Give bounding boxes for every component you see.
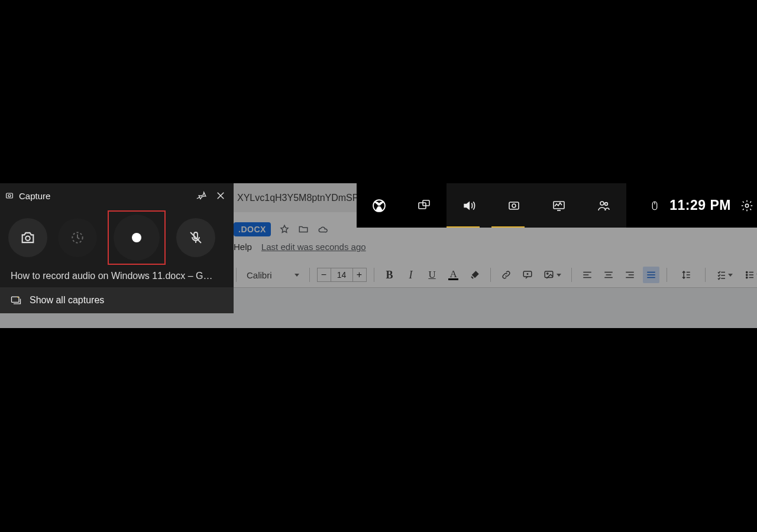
svg-point-2 xyxy=(546,273,548,274)
line-spacing-icon xyxy=(681,270,691,280)
speaker-icon xyxy=(461,198,477,213)
capture-header-icon xyxy=(5,191,14,200)
xbox-social-button[interactable] xyxy=(581,183,626,228)
toolbar-separator xyxy=(490,268,491,282)
font-family-label: Calibri xyxy=(247,270,272,280)
last-edit-text[interactable]: Last edit was seconds ago xyxy=(261,242,366,252)
font-size-input[interactable] xyxy=(331,268,352,282)
menu-help[interactable]: Help xyxy=(234,242,252,252)
toolbar-separator xyxy=(309,268,310,282)
bullets-icon xyxy=(745,270,755,280)
widgets-icon xyxy=(417,199,431,213)
svg-point-12 xyxy=(600,202,604,205)
toolbar-separator xyxy=(374,268,374,282)
browser-url-fragment: XYLvc1qH3Y5M8ptnYDmSP xyxy=(234,183,357,212)
align-center-icon xyxy=(603,270,614,280)
audio-widget-button[interactable] xyxy=(447,183,491,228)
font-family-select[interactable]: Calibri xyxy=(244,268,302,282)
toolbar-separator xyxy=(571,268,572,282)
add-comment-button[interactable] xyxy=(519,267,536,283)
svg-point-10 xyxy=(512,204,516,207)
justify-button[interactable] xyxy=(643,267,659,283)
close-icon xyxy=(215,190,226,201)
svg-point-4 xyxy=(746,274,747,275)
align-right-button[interactable] xyxy=(622,267,638,283)
comment-icon xyxy=(522,270,533,280)
font-size-decrease[interactable]: − xyxy=(317,268,331,282)
italic-icon: I xyxy=(409,269,413,281)
cloud-status-icon[interactable] xyxy=(317,224,328,235)
microphone-off-icon xyxy=(189,231,203,245)
highlight-button[interactable] xyxy=(467,267,483,283)
checklist-icon xyxy=(716,270,727,280)
performance-widget-button[interactable] xyxy=(536,183,581,228)
svg-point-22 xyxy=(17,297,18,298)
star-icon[interactable] xyxy=(279,224,290,235)
pin-button[interactable] xyxy=(195,189,209,203)
checklist-button[interactable] xyxy=(713,267,736,283)
widgets-menu-button[interactable] xyxy=(402,183,447,228)
xbox-game-bar: 11:29 PM xyxy=(357,183,757,228)
mouse-icon xyxy=(649,199,660,212)
camera-icon xyxy=(20,229,36,246)
show-all-captures-label: Show all captures xyxy=(30,295,104,306)
capture-widget-button[interactable] xyxy=(491,183,536,228)
highlighter-icon xyxy=(470,270,480,280)
justify-icon xyxy=(646,270,656,280)
insert-link-button[interactable] xyxy=(498,267,515,283)
align-center-button[interactable] xyxy=(600,267,617,283)
bold-icon: B xyxy=(386,269,393,281)
line-spacing-button[interactable] xyxy=(674,267,698,283)
social-icon xyxy=(596,199,612,213)
capture-icon xyxy=(507,199,521,213)
capture-context-app: How to record audio on Windows 11.docx –… xyxy=(0,268,234,287)
record-last-30s-button[interactable] xyxy=(58,218,97,257)
pin-icon xyxy=(196,190,207,201)
toolbar-separator xyxy=(236,268,237,282)
font-size-increase[interactable]: + xyxy=(352,268,367,282)
svg-point-5 xyxy=(746,277,747,278)
docs-menu-bar: Help Last edit was seconds ago xyxy=(234,242,366,252)
bold-button[interactable]: B xyxy=(381,267,398,283)
performance-icon xyxy=(551,199,567,213)
replay-icon xyxy=(70,230,85,245)
italic-button[interactable]: I xyxy=(403,267,419,283)
mouse-mode-indicator[interactable] xyxy=(646,199,664,212)
capture-widget-header[interactable]: Capture xyxy=(0,183,234,208)
toolbar-separator xyxy=(667,268,667,282)
align-right-icon xyxy=(625,270,635,280)
link-icon xyxy=(501,270,512,280)
svg-point-18 xyxy=(25,236,30,240)
docs-toolbar: Calibri − + B I U A xyxy=(234,264,757,286)
bulleted-list-button[interactable] xyxy=(741,267,757,283)
move-folder-icon[interactable] xyxy=(298,224,309,235)
take-screenshot-button[interactable] xyxy=(8,218,47,257)
xbox-home-button[interactable] xyxy=(357,183,402,228)
microphone-toggle-button[interactable] xyxy=(176,218,215,257)
svg-rect-16 xyxy=(7,193,13,198)
close-button[interactable] xyxy=(213,189,228,203)
active-widget-underline xyxy=(447,226,480,228)
start-recording-button[interactable] xyxy=(114,215,160,261)
start-recording-highlight xyxy=(108,210,166,265)
docx-badge: .DOCX xyxy=(234,222,271,236)
chevron-down-icon xyxy=(728,274,733,277)
gallery-icon xyxy=(9,294,22,306)
insert-image-button[interactable] xyxy=(541,267,564,283)
show-all-captures-button[interactable]: Show all captures xyxy=(0,287,234,313)
svg-point-3 xyxy=(746,271,747,273)
gamebar-settings-button[interactable] xyxy=(737,199,757,212)
gear-icon xyxy=(740,199,753,212)
align-left-icon xyxy=(582,270,593,280)
text-color-icon: A xyxy=(448,270,458,280)
gamebar-clock: 11:29 PM xyxy=(664,197,737,213)
align-left-button[interactable] xyxy=(579,267,596,283)
chevron-down-icon xyxy=(557,274,561,277)
chevron-down-icon xyxy=(295,274,299,277)
font-size-stepper[interactable]: − + xyxy=(317,268,367,282)
text-color-button[interactable]: A xyxy=(445,267,462,283)
underline-button[interactable]: U xyxy=(424,267,441,283)
svg-rect-9 xyxy=(509,202,519,209)
svg-point-13 xyxy=(605,202,608,205)
active-widget-underline xyxy=(491,226,525,228)
